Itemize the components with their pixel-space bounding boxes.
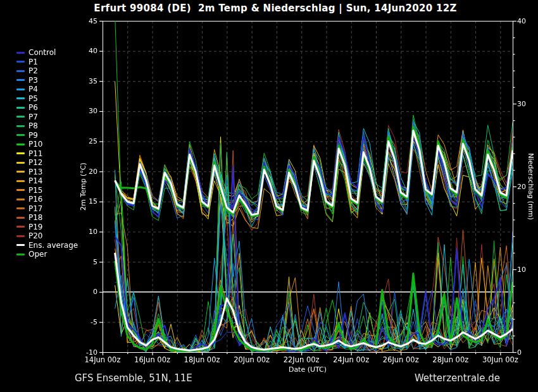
legend-item-p14: P14 (16, 176, 78, 186)
legend-item-control: Control (16, 48, 78, 58)
legend-swatch (16, 254, 25, 255)
legend-swatch (16, 144, 25, 145)
legend-swatch (16, 162, 25, 164)
legend-label: P11 (28, 149, 43, 159)
legend-swatch (16, 171, 25, 173)
legend-swatch (16, 79, 25, 81)
legend-swatch (16, 70, 25, 72)
legend-item-p1: P1 (16, 58, 78, 67)
legend-label: P4 (28, 85, 38, 94)
legend-label: P14 (28, 176, 43, 186)
y-right-tick-40: 40 (517, 17, 526, 25)
x-tick-30Jun-00z: 30Jun 00z (473, 356, 527, 364)
legend-swatch (16, 199, 25, 200)
legend-label: P2 (28, 66, 38, 76)
legend-item-p16: P16 (16, 195, 78, 204)
legend-item-p8: P8 (16, 121, 78, 131)
legend-item-p10: P10 (16, 140, 78, 149)
legend-item-ens-average: Ens. average (16, 241, 78, 250)
x-tick-22Jun-00z: 22Jun 00z (275, 356, 328, 364)
legend-label: P6 (28, 103, 38, 113)
legend-label: P9 (28, 131, 38, 140)
legend-swatch (16, 125, 25, 127)
legend-swatch (16, 134, 25, 136)
legend-label: P12 (28, 158, 43, 168)
legend-swatch (16, 189, 25, 191)
legend-item-p19: P19 (16, 223, 78, 232)
legend-label: P7 (28, 113, 38, 122)
legend-item-p7: P7 (16, 113, 78, 122)
y-right-tick-30: 30 (517, 100, 526, 108)
legend-label: P3 (28, 76, 38, 85)
ensemble-meteogram: Erfurt 99084 (DE) 2m Temp & Niederschlag… (0, 0, 538, 392)
x-tick-20Jun-00z: 20Jun 00z (225, 356, 278, 364)
legend-swatch (16, 89, 25, 90)
x-tick-18Jun-00z: 18Jun 00z (175, 356, 228, 364)
legend-label: P10 (28, 140, 43, 149)
y-left-tick-10: 10 (78, 228, 97, 236)
legend-label: P19 (28, 223, 43, 232)
x-tick-14Jun-00z: 14Jun 00z (76, 356, 129, 364)
footer-station-info: GFS Ensemble, 51N, 11E (75, 372, 192, 384)
y-left-tick-45: 45 (78, 17, 97, 25)
y-left-axis-title: 2m Temp (°C) (79, 162, 87, 211)
legend-swatch (16, 61, 25, 63)
legend-label: P17 (28, 204, 43, 214)
legend-label: P1 (28, 58, 38, 67)
legend-swatch (16, 244, 25, 246)
y-right-tick-20: 20 (517, 183, 526, 191)
legend-label: Control (28, 48, 56, 58)
legend-swatch (16, 226, 25, 228)
legend-label: P8 (28, 121, 38, 131)
y-right-axis-title: Niederschlag (mm) (527, 153, 535, 219)
x-tick-28Jun-00z: 28Jun 00z (424, 356, 477, 364)
legend-label: P15 (28, 186, 43, 195)
legend-item-oper: Oper (16, 250, 78, 259)
legend: ControlP1P2P3P4P5P6P7P8P9P10P11P12P13P14… (16, 48, 78, 259)
legend-item-p17: P17 (16, 204, 78, 214)
legend-item-p5: P5 (16, 94, 78, 104)
y-left-tick-5: 5 (78, 258, 97, 266)
legend-label: P16 (28, 195, 43, 204)
legend-swatch (16, 207, 25, 209)
legend-label: P20 (28, 231, 43, 241)
y-left-tick-40: 40 (78, 47, 97, 55)
legend-label: Oper (28, 250, 47, 259)
legend-label: Ens. average (28, 241, 78, 250)
x-tick-24Jun-00z: 24Jun 00z (325, 356, 378, 364)
legend-item-p18: P18 (16, 213, 78, 223)
legend-swatch (16, 180, 25, 182)
legend-item-p4: P4 (16, 85, 78, 94)
y-right-tick-10: 10 (517, 266, 526, 274)
legend-item-p9: P9 (16, 131, 78, 140)
footer-branding: Wetterzentrale.de (415, 372, 500, 384)
legend-swatch (16, 52, 25, 54)
legend-item-p15: P15 (16, 186, 78, 195)
x-axis-title: Date (UTC) (289, 365, 327, 374)
legend-swatch (16, 217, 25, 219)
legend-swatch (16, 116, 25, 118)
legend-swatch (16, 97, 25, 99)
y-left-tick-30: 30 (78, 107, 97, 115)
legend-swatch (16, 235, 25, 237)
legend-item-p2: P2 (16, 66, 78, 76)
legend-swatch (16, 107, 25, 109)
legend-label: P18 (28, 213, 43, 223)
y-left-tick-35: 35 (78, 77, 97, 85)
legend-item-p3: P3 (16, 76, 78, 85)
legend-item-p20: P20 (16, 231, 78, 241)
x-tick-26Jun-00z: 26Jun 00z (374, 356, 427, 364)
legend-item-p12: P12 (16, 158, 78, 168)
legend-item-p6: P6 (16, 103, 78, 113)
x-tick-16Jun-00z: 16Jun 00z (126, 356, 179, 364)
y-left-tick-0: 0 (78, 288, 97, 296)
y-left-tick--5: -5 (78, 318, 97, 326)
y-left-tick-25: 25 (78, 137, 97, 145)
legend-swatch (16, 152, 25, 154)
legend-label: P13 (28, 168, 43, 177)
legend-item-p11: P11 (16, 149, 78, 159)
legend-item-p13: P13 (16, 168, 78, 177)
legend-label: P5 (28, 94, 38, 104)
